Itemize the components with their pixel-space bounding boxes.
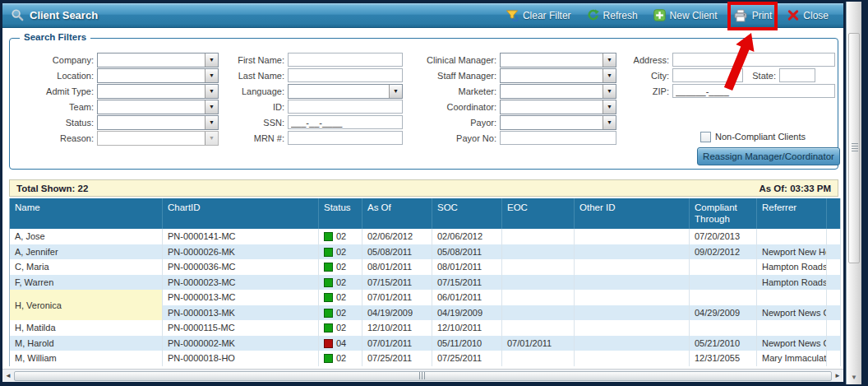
- col-header-referrer[interactable]: Referrer: [757, 198, 827, 229]
- staff-manager-select[interactable]: ▼: [500, 68, 616, 83]
- toolbar-button-label: New Client: [670, 10, 718, 21]
- non-compliant-checkbox[interactable]: [700, 132, 711, 142]
- company-select[interactable]: ▼: [97, 53, 219, 67]
- cell-as-of: 12/10/2011: [362, 320, 432, 336]
- filter-column-3: Clinical Manager:▼Staff Manager:▼Markete…: [414, 52, 621, 146]
- cell-soc: 05/08/2011: [432, 244, 502, 260]
- cell-eoc: [502, 351, 575, 366]
- selected-value: [289, 85, 389, 98]
- cell-status: 04: [319, 336, 362, 351]
- col-header-eoc[interactable]: EOC: [502, 198, 575, 229]
- company-label: Company:: [15, 55, 97, 65]
- toolbar: Clear FilterRefreshNew ClientPrintClose: [506, 9, 835, 22]
- search-filters-legend: Search Filters: [20, 32, 90, 42]
- cell-eoc: [502, 229, 575, 244]
- cell-as-of: 07/25/2011: [362, 351, 432, 366]
- address-input[interactable]: [672, 53, 835, 67]
- table-row[interactable]: H, VeronicaPN-0000013-MC0207/01/201106/0…: [10, 290, 841, 305]
- cell-eoc: [502, 275, 575, 291]
- cell-eoc: [502, 305, 575, 321]
- horizontal-scrollbar[interactable]: ◄ ►: [2, 369, 843, 382]
- col-header-soc[interactable]: SOC: [432, 198, 502, 229]
- dropdown-arrow-icon[interactable]: ▼: [603, 116, 616, 129]
- cell-soc: 06/01/2011: [432, 290, 502, 305]
- admit-type-select[interactable]: ▼: [97, 84, 219, 99]
- selected-value: [98, 100, 205, 114]
- vertical-scrollbar[interactable]: ▼: [846, 2, 861, 384]
- dropdown-arrow-icon[interactable]: ▼: [205, 53, 218, 67]
- table-row[interactable]: A, JenniferPN-0000026-MK0205/08/201105/0…: [10, 244, 841, 260]
- cell-chart-id: PN-0000002-MK: [163, 336, 319, 351]
- dropdown-arrow-icon[interactable]: ▼: [205, 100, 218, 114]
- page-title: Client Search: [30, 9, 98, 21]
- cell-status: 02: [319, 244, 362, 260]
- last-name-input[interactable]: [288, 68, 403, 82]
- status-indicator-green: [324, 323, 333, 333]
- scroll-left-icon[interactable]: ◄: [2, 370, 14, 382]
- cell-referrer: [757, 229, 827, 244]
- refresh-button[interactable]: Refresh: [587, 9, 638, 21]
- status-indicator-green: [324, 293, 333, 302]
- col-header-status[interactable]: Status: [319, 198, 362, 229]
- ssn-input[interactable]: [288, 115, 403, 129]
- table-header-row: NameChartIDStatusAs OfSOCEOCOther IDComp…: [10, 198, 841, 229]
- reassign-manager-coordinator-button[interactable]: Reassign Manager/Coordinator: [697, 147, 840, 165]
- reason-label: Reason:: [15, 133, 97, 143]
- cell-other-id: [575, 290, 690, 305]
- table-row[interactable]: F, WarrenPN-0000023-MC0207/15/201107/15/…: [10, 275, 841, 291]
- title-bar: Client Search Clear FilterRefreshNew Cli…: [2, 3, 843, 28]
- state-input[interactable]: [779, 68, 815, 82]
- col-header-name[interactable]: Name: [10, 198, 163, 229]
- dropdown-arrow-icon[interactable]: ▼: [603, 100, 616, 114]
- clinical-manager-select[interactable]: ▼: [500, 53, 616, 67]
- clear-filter-button[interactable]: Clear Filter: [506, 9, 571, 21]
- print-button[interactable]: Print: [733, 9, 773, 22]
- selected-value: [501, 53, 603, 67]
- col-header-compliant-through[interactable]: Compliant Through: [690, 198, 757, 229]
- first-name-input[interactable]: [288, 53, 403, 67]
- col-header-as-of[interactable]: As Of: [362, 198, 432, 229]
- team-label: Team:: [15, 102, 97, 112]
- horizontal-scroll-thumb[interactable]: [14, 371, 832, 381]
- col-header-other-id[interactable]: Other ID: [575, 198, 690, 229]
- vertical-scroll-thumb[interactable]: [848, 33, 860, 263]
- table-row[interactable]: M, WilliamPN-0000018-HO0207/25/201107/25…: [10, 351, 841, 366]
- dropdown-arrow-icon[interactable]: ▼: [205, 85, 218, 98]
- dropdown-arrow-icon[interactable]: ▼: [205, 116, 218, 129]
- status-select[interactable]: ▼: [97, 115, 219, 130]
- payor-no-label: Payor No:: [414, 133, 500, 143]
- table-row[interactable]: A, JosePN-0000141-MC0202/06/201202/06/20…: [10, 229, 841, 244]
- new-client-button[interactable]: New Client: [653, 9, 718, 21]
- close-button[interactable]: Close: [787, 10, 829, 21]
- city-input[interactable]: [672, 68, 743, 82]
- location-select[interactable]: ▼: [97, 68, 219, 83]
- cell-other-id: [575, 305, 690, 321]
- col-header-chartid[interactable]: ChartID: [163, 198, 319, 229]
- cell-compliant-through: [690, 275, 757, 291]
- scroll-right-icon[interactable]: ►: [832, 370, 843, 382]
- language-select[interactable]: ▼: [288, 84, 403, 99]
- dropdown-arrow-icon[interactable]: ▼: [389, 85, 402, 98]
- cell-compliant-through: 05/21/2010: [690, 336, 757, 351]
- dropdown-arrow-icon[interactable]: ▼: [603, 53, 616, 67]
- coordinator-select[interactable]: ▼: [500, 100, 616, 114]
- dropdown-arrow-icon[interactable]: ▼: [603, 69, 616, 82]
- table-row[interactable]: H, MatildaPN-0000115-MC0212/10/201112/10…: [10, 320, 841, 336]
- payor-no-input[interactable]: [500, 131, 616, 145]
- location-label: Location:: [15, 71, 97, 81]
- address-label: Address:: [625, 55, 672, 65]
- scroll-down-icon[interactable]: ▼: [847, 374, 861, 381]
- dropdown-arrow-icon[interactable]: ▼: [603, 85, 616, 98]
- payor-select[interactable]: ▼: [500, 115, 616, 130]
- cell-chart-id: PN-0000036-MC: [163, 259, 319, 275]
- table-row[interactable]: C, MariaPN-0000036-MC0208/01/201108/01/2…: [10, 259, 841, 275]
- team-select[interactable]: ▼: [97, 100, 219, 114]
- id-input[interactable]: [288, 100, 403, 114]
- client-search-window: Client Search Clear FilterRefreshNew Cli…: [0, 0, 868, 386]
- cell-name: M, William: [10, 351, 163, 366]
- table-row[interactable]: M, HaroldPN-0000002-MK0407/01/201105/11/…: [10, 336, 841, 351]
- dropdown-arrow-icon[interactable]: ▼: [205, 69, 218, 82]
- zip-input[interactable]: [672, 84, 835, 98]
- marketer-select[interactable]: ▼: [500, 84, 616, 99]
- mrn-input[interactable]: [288, 131, 403, 145]
